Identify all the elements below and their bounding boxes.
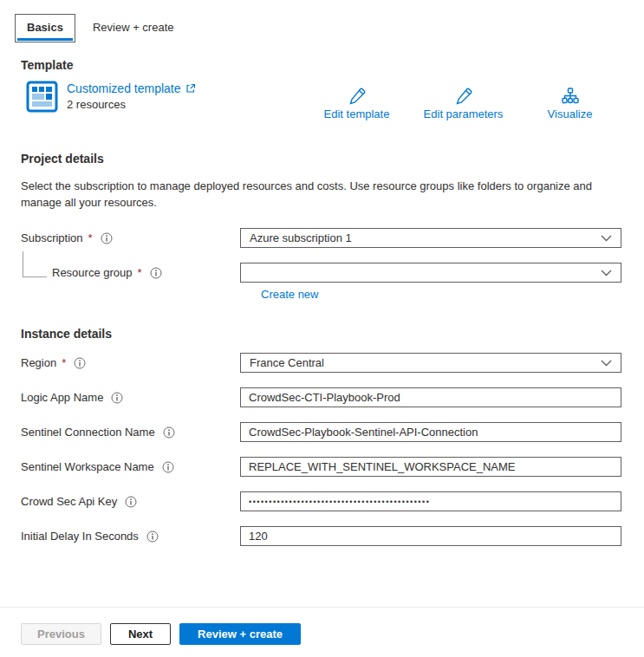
- chevron-down-icon: [601, 235, 612, 242]
- pencil-icon: [455, 88, 472, 105]
- sentinel-workspace-name-row: Sentinel Workspace Name: [21, 457, 623, 477]
- initial-delay-row: Initial Delay In Seconds: [21, 526, 623, 546]
- edit-template-button[interactable]: Edit template: [303, 88, 410, 120]
- edit-parameters-label: Edit parameters: [424, 107, 504, 120]
- template-icon: [26, 81, 58, 113]
- external-link-icon: [185, 83, 196, 94]
- active-tab-indicator: [17, 38, 73, 41]
- sentinel-workspace-name-input[interactable]: [240, 457, 621, 477]
- logic-app-name-label-cell: Logic App Name: [21, 391, 240, 404]
- sentinel-connection-name-label-cell: Sentinel Connection Name: [21, 426, 240, 439]
- region-field-cell: France Central: [240, 353, 621, 373]
- tab-basics-label: Basics: [27, 21, 63, 34]
- subscription-value: Azure subscription 1: [250, 231, 352, 244]
- previous-button[interactable]: Previous: [21, 623, 101, 645]
- project-form: Subscription * Azure subscription 1 Reso: [0, 228, 644, 301]
- tab-basics[interactable]: Basics: [15, 14, 75, 42]
- resource-group-label: Resource group: [52, 266, 133, 279]
- crowdsec-api-key-label-cell: Crowd Sec Api Key: [21, 495, 240, 508]
- required-asterisk: *: [138, 266, 142, 279]
- crowdsec-api-key-field-cell: [240, 491, 621, 511]
- sentinel-workspace-name-field-cell: [240, 457, 621, 477]
- customized-template-link[interactable]: Customized template: [67, 81, 196, 95]
- logic-app-name-row: Logic App Name: [21, 387, 623, 407]
- review-create-button[interactable]: Review + create: [179, 623, 301, 645]
- template-row: Customized template 2 resources Edit tem…: [26, 81, 623, 120]
- crowdsec-api-key-row: Crowd Sec Api Key: [21, 491, 623, 511]
- parent-child-connector: [23, 251, 47, 277]
- sentinel-workspace-name-label: Sentinel Workspace Name: [21, 460, 154, 473]
- info-icon[interactable]: [74, 357, 86, 369]
- region-value: France Central: [250, 356, 324, 369]
- resource-group-dropdown[interactable]: [240, 263, 621, 283]
- logic-app-name-field-cell: [240, 387, 621, 407]
- resource-group-field-cell: [240, 263, 621, 283]
- template-resource-count: 2 resources: [67, 98, 196, 111]
- resource-group-row: Resource group *: [21, 263, 623, 283]
- tab-review-create-label: Review + create: [93, 21, 174, 34]
- edit-template-label: Edit template: [324, 107, 390, 120]
- footer-buttons: Previous Next Review + create: [0, 608, 644, 645]
- create-new-link[interactable]: Create new: [261, 288, 318, 301]
- sentinel-connection-name-input[interactable]: [240, 422, 621, 442]
- initial-delay-label-cell: Initial Delay In Seconds: [21, 530, 240, 543]
- subscription-label-cell: Subscription *: [21, 231, 240, 244]
- instance-form: Region * France Central Logic App Name: [0, 353, 644, 546]
- region-label: Region: [21, 356, 56, 369]
- initial-delay-label: Initial Delay In Seconds: [21, 530, 139, 543]
- template-actions: Edit template Edit parameters Visualize: [303, 81, 623, 120]
- subscription-dropdown[interactable]: Azure subscription 1: [240, 228, 621, 248]
- create-new-row: Create new: [261, 288, 623, 301]
- logic-app-name-input[interactable]: [240, 387, 621, 407]
- template-info: Customized template 2 resources: [26, 81, 196, 113]
- logic-app-name-label: Logic App Name: [21, 391, 103, 404]
- info-icon[interactable]: [146, 530, 159, 543]
- template-meta: Customized template 2 resources: [67, 81, 196, 111]
- info-icon[interactable]: [125, 496, 137, 508]
- crowdsec-api-key-input[interactable]: [240, 491, 621, 511]
- region-row: Region * France Central: [21, 353, 623, 373]
- tab-bar: Basics Review + create: [0, 0, 644, 42]
- visualize-icon: [561, 88, 580, 105]
- resource-group-label-cell: Resource group *: [21, 266, 240, 279]
- sentinel-workspace-name-label-cell: Sentinel Workspace Name: [21, 460, 240, 473]
- sentinel-connection-name-field-cell: [240, 422, 621, 442]
- info-icon[interactable]: [101, 232, 113, 244]
- initial-delay-input[interactable]: [240, 526, 621, 546]
- subscription-field-cell: Azure subscription 1: [240, 228, 621, 248]
- project-details-heading: Project details: [21, 152, 623, 166]
- info-icon[interactable]: [150, 267, 162, 279]
- visualize-label: Visualize: [548, 107, 593, 120]
- subscription-row: Subscription * Azure subscription 1: [21, 228, 623, 248]
- info-icon[interactable]: [111, 392, 123, 404]
- sentinel-connection-name-label: Sentinel Connection Name: [21, 426, 155, 439]
- footer: Previous Next Review + create: [0, 607, 644, 645]
- customized-template-label: Customized template: [67, 81, 181, 95]
- next-button[interactable]: Next: [110, 623, 171, 645]
- chevron-down-icon: [601, 360, 612, 367]
- required-asterisk: *: [88, 231, 93, 244]
- required-asterisk: *: [62, 356, 66, 369]
- sentinel-connection-name-row: Sentinel Connection Name: [21, 422, 623, 442]
- initial-delay-field-cell: [240, 526, 621, 546]
- region-label-cell: Region *: [21, 356, 240, 369]
- visualize-button[interactable]: Visualize: [517, 88, 623, 120]
- crowdsec-api-key-label: Crowd Sec Api Key: [21, 495, 117, 508]
- chevron-down-icon: [601, 270, 612, 276]
- subscription-label: Subscription: [21, 231, 83, 244]
- region-dropdown[interactable]: France Central: [240, 353, 621, 373]
- project-details-description: Select the subscription to manage deploy…: [21, 178, 619, 211]
- instance-details-heading: Instance details: [21, 327, 623, 341]
- info-icon[interactable]: [162, 461, 174, 473]
- info-icon[interactable]: [163, 426, 175, 439]
- tab-review-create[interactable]: Review + create: [81, 14, 186, 41]
- pencil-icon: [348, 88, 366, 105]
- edit-parameters-button[interactable]: Edit parameters: [410, 88, 517, 120]
- template-heading: Template: [21, 58, 623, 72]
